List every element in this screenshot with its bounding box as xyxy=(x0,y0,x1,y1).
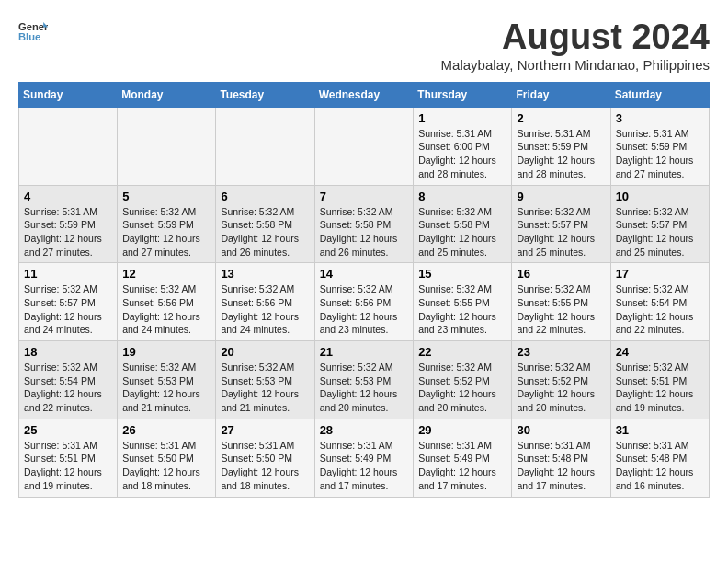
day-number: 5 xyxy=(122,190,210,203)
day-number: 25 xyxy=(24,423,112,437)
calendar-day-cell: 17Sunrise: 5:32 AM Sunset: 5:54 PM Dayli… xyxy=(610,263,709,341)
day-number: 22 xyxy=(418,345,506,359)
day-info: Sunrise: 5:31 AM Sunset: 5:59 PM Dayligh… xyxy=(616,127,704,181)
day-info: Sunrise: 5:31 AM Sunset: 5:59 PM Dayligh… xyxy=(24,205,112,259)
calendar-week-row: 1Sunrise: 5:31 AM Sunset: 6:00 PM Daylig… xyxy=(19,107,710,185)
calendar-week-row: 11Sunrise: 5:32 AM Sunset: 5:57 PM Dayli… xyxy=(19,263,710,341)
day-number: 16 xyxy=(517,267,605,281)
calendar-day-cell: 31Sunrise: 5:31 AM Sunset: 5:48 PM Dayli… xyxy=(610,419,709,497)
calendar-day-cell: 19Sunrise: 5:32 AM Sunset: 5:53 PM Dayli… xyxy=(118,341,216,419)
calendar-day-cell: 5Sunrise: 5:32 AM Sunset: 5:59 PM Daylig… xyxy=(118,185,216,263)
day-info: Sunrise: 5:31 AM Sunset: 5:50 PM Dayligh… xyxy=(122,439,210,493)
month-title: August 2024 xyxy=(441,18,710,57)
day-info: Sunrise: 5:31 AM Sunset: 5:49 PM Dayligh… xyxy=(320,439,409,493)
day-info: Sunrise: 5:32 AM Sunset: 5:54 PM Dayligh… xyxy=(24,361,112,415)
page-header: General Blue August 2024 Malaybalay, Nor… xyxy=(18,18,710,73)
day-info: Sunrise: 5:32 AM Sunset: 5:53 PM Dayligh… xyxy=(221,361,309,415)
day-info: Sunrise: 5:32 AM Sunset: 5:57 PM Dayligh… xyxy=(616,205,704,259)
day-info: Sunrise: 5:32 AM Sunset: 5:53 PM Dayligh… xyxy=(320,361,409,415)
calendar-day-cell: 22Sunrise: 5:32 AM Sunset: 5:52 PM Dayli… xyxy=(414,341,512,419)
day-number: 9 xyxy=(517,190,605,203)
logo-icon: General Blue xyxy=(18,18,48,44)
day-info: Sunrise: 5:31 AM Sunset: 5:59 PM Dayligh… xyxy=(517,127,605,181)
calendar-day-cell: 3Sunrise: 5:31 AM Sunset: 5:59 PM Daylig… xyxy=(610,107,709,185)
day-number: 17 xyxy=(616,267,704,281)
day-info: Sunrise: 5:31 AM Sunset: 5:48 PM Dayligh… xyxy=(616,439,704,493)
day-info: Sunrise: 5:31 AM Sunset: 5:50 PM Dayligh… xyxy=(221,439,309,493)
calendar-day-cell: 21Sunrise: 5:32 AM Sunset: 5:53 PM Dayli… xyxy=(314,341,414,419)
title-section: August 2024 Malaybalay, Northern Mindana… xyxy=(441,18,710,73)
day-info: Sunrise: 5:32 AM Sunset: 5:53 PM Dayligh… xyxy=(122,361,210,415)
day-info: Sunrise: 5:32 AM Sunset: 5:54 PM Dayligh… xyxy=(616,282,704,337)
day-number: 31 xyxy=(616,423,704,437)
day-header-wednesday: Wednesday xyxy=(314,82,414,107)
day-number: 7 xyxy=(320,190,409,203)
calendar-day-cell: 2Sunrise: 5:31 AM Sunset: 5:59 PM Daylig… xyxy=(512,107,610,185)
calendar-day-cell: 7Sunrise: 5:32 AM Sunset: 5:58 PM Daylig… xyxy=(314,185,414,263)
calendar-day-cell: 6Sunrise: 5:32 AM Sunset: 5:58 PM Daylig… xyxy=(216,185,314,263)
calendar-day-cell: 1Sunrise: 5:31 AM Sunset: 6:00 PM Daylig… xyxy=(414,107,512,185)
day-number: 11 xyxy=(24,267,112,281)
day-header-tuesday: Tuesday xyxy=(216,82,314,107)
day-number: 27 xyxy=(221,423,309,437)
calendar-header-row: SundayMondayTuesdayWednesdayThursdayFrid… xyxy=(19,82,710,107)
day-number: 20 xyxy=(221,345,309,359)
calendar-day-cell: 18Sunrise: 5:32 AM Sunset: 5:54 PM Dayli… xyxy=(19,341,118,419)
day-header-friday: Friday xyxy=(512,82,610,107)
svg-text:Blue: Blue xyxy=(18,31,40,42)
day-info: Sunrise: 5:31 AM Sunset: 5:48 PM Dayligh… xyxy=(517,439,605,493)
location-title: Malaybalay, Northern Mindanao, Philippin… xyxy=(441,57,710,73)
calendar-day-cell xyxy=(19,107,118,185)
day-number: 29 xyxy=(418,423,506,437)
calendar-week-row: 18Sunrise: 5:32 AM Sunset: 5:54 PM Dayli… xyxy=(19,341,710,419)
day-number: 14 xyxy=(320,267,409,281)
day-info: Sunrise: 5:32 AM Sunset: 5:52 PM Dayligh… xyxy=(418,361,506,415)
day-number: 8 xyxy=(418,190,506,203)
calendar-day-cell: 23Sunrise: 5:32 AM Sunset: 5:52 PM Dayli… xyxy=(512,341,610,419)
day-number: 23 xyxy=(517,345,605,359)
day-number: 2 xyxy=(517,111,605,125)
day-number: 3 xyxy=(616,111,704,125)
day-info: Sunrise: 5:32 AM Sunset: 5:56 PM Dayligh… xyxy=(320,282,409,337)
calendar-day-cell xyxy=(216,107,314,185)
calendar-table: SundayMondayTuesdayWednesdayThursdayFrid… xyxy=(18,82,710,498)
day-number: 15 xyxy=(418,267,506,281)
day-info: Sunrise: 5:32 AM Sunset: 5:58 PM Dayligh… xyxy=(320,205,409,259)
day-info: Sunrise: 5:31 AM Sunset: 5:49 PM Dayligh… xyxy=(418,439,506,493)
calendar-body: 1Sunrise: 5:31 AM Sunset: 6:00 PM Daylig… xyxy=(19,107,710,497)
calendar-day-cell: 8Sunrise: 5:32 AM Sunset: 5:58 PM Daylig… xyxy=(414,185,512,263)
day-info: Sunrise: 5:32 AM Sunset: 5:56 PM Dayligh… xyxy=(122,282,210,337)
calendar-day-cell: 12Sunrise: 5:32 AM Sunset: 5:56 PM Dayli… xyxy=(118,263,216,341)
day-info: Sunrise: 5:32 AM Sunset: 5:56 PM Dayligh… xyxy=(221,282,309,337)
calendar-day-cell: 11Sunrise: 5:32 AM Sunset: 5:57 PM Dayli… xyxy=(19,263,118,341)
day-header-thursday: Thursday xyxy=(414,82,512,107)
calendar-day-cell: 28Sunrise: 5:31 AM Sunset: 5:49 PM Dayli… xyxy=(314,419,414,497)
day-number: 1 xyxy=(418,111,506,125)
day-info: Sunrise: 5:32 AM Sunset: 5:51 PM Dayligh… xyxy=(616,361,704,415)
logo: General Blue xyxy=(18,18,48,44)
day-info: Sunrise: 5:32 AM Sunset: 5:52 PM Dayligh… xyxy=(517,361,605,415)
day-info: Sunrise: 5:32 AM Sunset: 5:58 PM Dayligh… xyxy=(418,205,506,259)
calendar-day-cell: 15Sunrise: 5:32 AM Sunset: 5:55 PM Dayli… xyxy=(414,263,512,341)
day-info: Sunrise: 5:32 AM Sunset: 5:59 PM Dayligh… xyxy=(122,205,210,259)
calendar-day-cell xyxy=(118,107,216,185)
day-number: 30 xyxy=(517,423,605,437)
day-header-sunday: Sunday xyxy=(19,82,118,107)
calendar-day-cell: 4Sunrise: 5:31 AM Sunset: 5:59 PM Daylig… xyxy=(19,185,118,263)
calendar-week-row: 4Sunrise: 5:31 AM Sunset: 5:59 PM Daylig… xyxy=(19,185,710,263)
day-header-monday: Monday xyxy=(118,82,216,107)
day-number: 6 xyxy=(221,190,309,203)
day-info: Sunrise: 5:31 AM Sunset: 5:51 PM Dayligh… xyxy=(24,439,112,493)
day-number: 19 xyxy=(122,345,210,359)
day-info: Sunrise: 5:32 AM Sunset: 5:58 PM Dayligh… xyxy=(221,205,309,259)
day-number: 13 xyxy=(221,267,309,281)
calendar-day-cell: 10Sunrise: 5:32 AM Sunset: 5:57 PM Dayli… xyxy=(610,185,709,263)
calendar-day-cell: 30Sunrise: 5:31 AM Sunset: 5:48 PM Dayli… xyxy=(512,419,610,497)
day-number: 4 xyxy=(24,190,112,203)
day-number: 18 xyxy=(24,345,112,359)
calendar-day-cell xyxy=(314,107,414,185)
day-info: Sunrise: 5:31 AM Sunset: 6:00 PM Dayligh… xyxy=(418,127,506,181)
day-info: Sunrise: 5:32 AM Sunset: 5:57 PM Dayligh… xyxy=(24,282,112,337)
calendar-day-cell: 13Sunrise: 5:32 AM Sunset: 5:56 PM Dayli… xyxy=(216,263,314,341)
day-number: 21 xyxy=(320,345,409,359)
